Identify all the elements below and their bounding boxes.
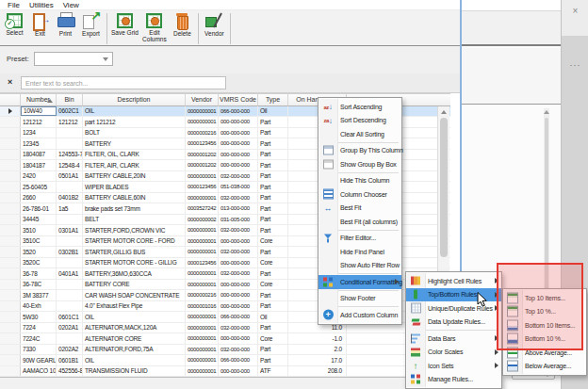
menu-item-show-footer[interactable]: Show Footer: [318, 292, 401, 306]
menu-item-filter-editor[interactable]: Filter Editor...: [318, 232, 401, 246]
grid-cell-vmrs: 066-000-000: [219, 312, 258, 322]
column-header-label: Description: [117, 96, 150, 103]
row-indicator-cell: [0, 268, 21, 279]
grid-cell-vendor: 0000000001: [186, 171, 219, 182]
column-header-bin[interactable]: Bin: [57, 93, 83, 106]
scroll-up-icon[interactable]: [544, 110, 549, 114]
scrollbar-thumb[interactable]: [440, 118, 448, 257]
data-update-rules-icon: [409, 316, 422, 328]
grid-cell-type: ATF: [258, 366, 288, 377]
column-header-type[interactable]: Type: [258, 93, 288, 106]
grid-cell-number: 7224C: [21, 333, 57, 344]
menu-item-sort-ascending[interactable]: Sort Ascending: [318, 100, 401, 114]
grid-cell-bin: 0602C1: [57, 106, 83, 117]
row-indicator-cell: [0, 160, 21, 170]
grid-cell-number: 25-60405: [21, 182, 57, 192]
background-panel-band-2: [462, 48, 561, 105]
grid-cell-number: 2660: [21, 193, 57, 203]
row-indicator-cell: [0, 323, 21, 333]
grid-cell-vmrs: 066-000-000: [219, 106, 258, 117]
row-indicator-icon: [8, 108, 12, 114]
toolbar-button-print[interactable]: Print: [54, 12, 77, 37]
menu-item-color-scales[interactable]: Color Scales: [406, 346, 501, 360]
menu-item-data-bars[interactable]: Data Bars: [406, 332, 501, 346]
column-header-number[interactable]: Number: [21, 93, 57, 106]
grid-cell-bin: [57, 236, 83, 247]
column-header-vmrs-code[interactable]: VMRS Code: [219, 93, 258, 106]
grid-cell-type: Part: [258, 182, 288, 192]
toolbar-button-save-grid[interactable]: Save Grid: [111, 12, 139, 36]
search-input[interactable]: [21, 76, 226, 89]
grid-cell-bin: 0202A2: [57, 345, 83, 355]
grid-cell-bin: [57, 128, 83, 138]
search-clear-icon[interactable]: ×: [8, 77, 12, 87]
grid-cell-vmrs: 032-000-000: [219, 345, 258, 355]
grid-cell-number: 3520: [21, 247, 57, 257]
menu-item-highlight-cell-rules[interactable]: Highlight Cell Rules: [406, 274, 501, 288]
grid-row[interactable]: AAMACO 1000452556-8TRANSMISSION FLUID000…: [0, 366, 450, 378]
menu-item-manage-rules[interactable]: Manage Rules...: [406, 373, 501, 387]
preset-combobox[interactable]: [34, 52, 113, 66]
grid-cell-vendor: 0000000001: [186, 345, 219, 355]
annotation-highlight-box: [497, 263, 583, 350]
grid-row[interactable]: 7224CALTERNATOR CORE0000000001000-000-00…: [0, 333, 450, 345]
menubar-item-file[interactable]: File: [3, 1, 24, 9]
menu-item-clear-all-sorting[interactable]: Clear All Sorting: [318, 127, 401, 141]
menu-item-below-average[interactable]: Below Average...: [503, 360, 586, 374]
menubar-item-view[interactable]: View: [58, 1, 84, 9]
grid-cell-bin: 452556-8: [57, 366, 83, 377]
menu-item-best-fit-all-columns[interactable]: Best Fit (all columns): [318, 215, 401, 229]
toolbar-separator: [198, 13, 199, 44]
menu-item-data-update-rules[interactable]: Data Update Rules...: [406, 316, 501, 330]
row-indicator-cell: [0, 215, 21, 225]
grid-cell-number: 1804087: [21, 150, 57, 160]
ellipsis-icon[interactable]: ···: [562, 60, 588, 70]
submenu-arrow-icon: [395, 279, 399, 284]
toolbar-button-select[interactable]: Select: [3, 12, 26, 36]
grid-row[interactable]: 73300202A2ALTERNATOR,FORD,75A00000000010…: [0, 345, 450, 356]
grid-cell-description: CAR WASH SOAP CONCENTRATE: [83, 290, 186, 300]
menu-item-hide-this-column[interactable]: Hide This Column: [318, 174, 401, 188]
toolbar-button-export[interactable]: Export: [79, 12, 103, 37]
grid-cell-type: Core: [258, 333, 288, 344]
close-icon[interactable]: ×: [562, 6, 588, 16]
grid-cell-bin: 0601B1: [57, 355, 83, 365]
grid-cell-description: brake pads set 73mm: [83, 203, 186, 214]
row-indicator-cell: [0, 138, 21, 149]
menubar-item-utilities[interactable]: Utilities: [24, 1, 58, 9]
grid-cell-vendor: 0003527242: [186, 203, 219, 214]
menu-item-best-fit[interactable]: Best Fit: [318, 202, 401, 216]
column-header-vendor[interactable]: Vendor: [186, 93, 219, 106]
grid-cell-vmrs: 000-000-000: [219, 150, 258, 160]
grid-cell-type: Core: [258, 236, 288, 247]
toolbar-button-delete[interactable]: Delete: [171, 12, 194, 37]
grid-cell-vmrs: 066-000-000: [219, 355, 258, 365]
menu-item-add-custom-column[interactable]: Add Custom Column: [318, 308, 401, 322]
manage-rules-icon: [409, 373, 422, 385]
toolbar-button-vendor[interactable]: Vendor: [203, 12, 226, 37]
menu-separator: [338, 230, 399, 231]
menu-item-sort-descending[interactable]: Sort Descending: [318, 114, 401, 128]
row-indicator-cell: [0, 312, 21, 322]
menu-item-group-by-this-column[interactable]: Group By This Column: [318, 144, 401, 158]
below-average-icon: [506, 360, 519, 372]
menu-item-hide-find-panel[interactable]: Hide Find Panel: [318, 245, 401, 259]
preset-label: Preset:: [7, 55, 29, 63]
menu-item-icon-sets[interactable]: Icon Sets: [406, 359, 501, 373]
toolbar-button-exit[interactable]: Exit: [28, 12, 52, 37]
column-header-description[interactable]: Description: [83, 93, 186, 106]
grid-cell-description: BELT: [83, 215, 186, 225]
row-indicator-cell: [0, 301, 21, 312]
grid-cell-vmrs: 000-000-000: [219, 333, 258, 344]
menu-item-conditional-formatting[interactable]: Conditional Formatting: [318, 275, 401, 289]
toolbar-button-edit-columns[interactable]: Edit Columns: [140, 12, 169, 42]
grid-row[interactable]: 90W GEARLUBE0601B1OIL0000000001066-000-0…: [0, 355, 450, 366]
grid-cell-vmrs: 032-000-000: [219, 323, 258, 333]
grid-cell-type: Part: [258, 290, 288, 300]
grid-cell-vendor: 0000123456: [186, 138, 219, 149]
grid-cell-bin: [57, 215, 83, 225]
menu-item-show-auto-filter-row[interactable]: Show Auto Filter Row: [318, 259, 401, 273]
menu-item-column-chooser[interactable]: Column Chooser: [318, 187, 401, 202]
menu-item-show-group-by-box[interactable]: Show Group By Box: [318, 157, 401, 171]
scroll-up-icon[interactable]: [441, 110, 447, 114]
